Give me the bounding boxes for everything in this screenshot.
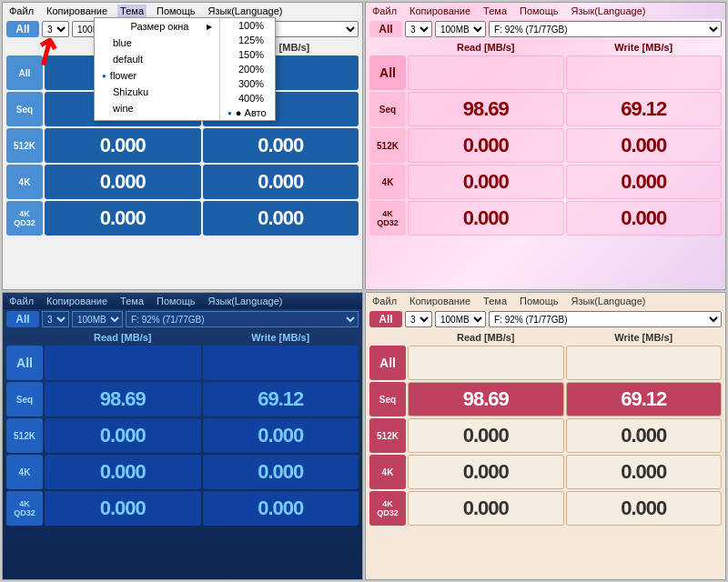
write-seq-br: 69.12	[566, 382, 723, 416]
menu-copy[interactable]: Копирование	[44, 5, 110, 17]
write-header-bl: Write [MB/s]	[203, 331, 359, 344]
read-seq-bl: 98.69	[45, 382, 201, 416]
write-512k-bl: 0.000	[203, 418, 359, 453]
size-select-tr[interactable]: 100MB	[435, 21, 486, 37]
default-label: default	[113, 54, 143, 65]
menu-help[interactable]: Помощь	[154, 5, 198, 17]
read-512k-br: 0.000	[408, 418, 564, 453]
dropdown-size-item[interactable]: Размер окна	[95, 18, 219, 35]
menu-theme-tr[interactable]: Тема	[480, 5, 510, 17]
header-empty-br	[369, 331, 406, 344]
count-select-br[interactable]: 3	[405, 311, 432, 327]
dropdown-section: Размер окна blue default flower Shizuku …	[95, 18, 275, 120]
menu-copy-bl[interactable]: Копирование	[44, 295, 110, 307]
menu-theme-bl[interactable]: Тема	[117, 295, 147, 307]
read-4kqd32-br: 0.000	[408, 491, 564, 526]
write-header-tr: Write [MB/s]	[566, 41, 723, 54]
all-button-bl[interactable]: All	[6, 311, 39, 327]
menu-file-br[interactable]: Файл	[369, 295, 399, 307]
label-seq-tr: Seq	[369, 92, 406, 126]
write-header-br: Write [MB/s]	[566, 331, 723, 344]
read-4k-bl: 0.000	[45, 455, 201, 489]
all-button-br[interactable]: All	[369, 311, 402, 327]
size-select-bl[interactable]: 100MB	[72, 311, 123, 327]
header-empty-bl	[6, 331, 43, 344]
menu-file-bl[interactable]: Файл	[6, 295, 36, 307]
count-select-tr[interactable]: 3	[405, 21, 432, 37]
label-512k-tl: 512K	[6, 128, 43, 163]
write-seq-tr: 69.12	[566, 92, 723, 126]
all-button-tl[interactable]: All	[6, 21, 39, 37]
read-seq-tr: 98.69	[408, 92, 564, 126]
label-4k-br: 4K	[369, 455, 406, 489]
count-select-bl[interactable]: 3	[42, 311, 69, 327]
menu-bar-br: Файл Копирование Тема Помощь Язык(Langua…	[366, 293, 725, 309]
write-512k-br: 0.000	[566, 418, 723, 453]
dropdown-themes: Размер окна blue default flower Shizuku …	[95, 18, 220, 120]
panel-top-right: Файл Копирование Тема Помощь Язык(Langua…	[365, 2, 726, 290]
menu-file-tr[interactable]: Файл	[369, 5, 399, 17]
menu-bar-bl: Файл Копирование Тема Помощь Язык(Langua…	[3, 293, 362, 309]
menu-file[interactable]: Файл	[6, 5, 36, 17]
dropdown-wine[interactable]: wine	[95, 100, 219, 116]
label-all-br: All	[369, 346, 406, 380]
scale-400[interactable]: 400%	[220, 91, 275, 105]
bench-grid-br: Read [MB/s] Write [MB/s] All Seq 98.69 6…	[366, 329, 725, 527]
label-512k-bl: 512K	[6, 418, 43, 453]
read-512k-tl: 0.000	[45, 128, 201, 163]
dropdown-flower[interactable]: flower	[95, 67, 219, 84]
dropdown-blue[interactable]: blue	[95, 35, 219, 51]
read-4k-tr: 0.000	[408, 165, 564, 199]
size-select-br[interactable]: 100MB	[435, 311, 486, 327]
label-4kqd32-tl: 4KQD32	[6, 201, 43, 236]
read-512k-bl: 0.000	[45, 418, 201, 453]
all-button-tr[interactable]: All	[369, 21, 402, 37]
menu-lang[interactable]: Язык(Language)	[206, 5, 286, 17]
label-4k-tl: 4K	[6, 165, 43, 199]
menu-theme-br[interactable]: Тема	[480, 295, 510, 307]
menu-lang-br[interactable]: Язык(Language)	[569, 295, 649, 307]
scale-300[interactable]: 300%	[220, 76, 275, 91]
drive-select-tr[interactable]: F: 92% (71/77GB)	[489, 21, 722, 37]
menu-lang-tr[interactable]: Язык(Language)	[569, 5, 649, 17]
read-header-br: Read [MB/s]	[408, 331, 564, 344]
toolbar-br: All 3 100MB F: 92% (71/77GB)	[366, 309, 725, 329]
scale-150[interactable]: 150%	[220, 47, 275, 62]
blue-label: blue	[113, 37, 132, 48]
write-4k-bl: 0.000	[203, 455, 359, 489]
read-all-br	[408, 346, 564, 380]
scale-200[interactable]: 200%	[220, 62, 275, 76]
read-4kqd32-bl: 0.000	[45, 491, 201, 526]
menu-theme[interactable]: Тема	[117, 5, 147, 17]
read-header-bl: Read [MB/s]	[45, 331, 201, 344]
menu-copy-tr[interactable]: Копирование	[407, 5, 473, 17]
scale-125[interactable]: 125%	[220, 33, 275, 47]
menu-lang-bl[interactable]: Язык(Language)	[206, 295, 286, 307]
drive-select-bl[interactable]: F: 92% (71/77GB)	[126, 311, 359, 327]
count-select-tl[interactable]: 3	[42, 21, 69, 37]
write-4k-tr: 0.000	[566, 165, 723, 199]
write-512k-tl: 0.000	[203, 128, 359, 163]
label-4k-tr: 4K	[369, 165, 406, 199]
write-512k-tr: 0.000	[566, 128, 723, 163]
dropdown-default[interactable]: default	[95, 51, 219, 67]
menu-help-br[interactable]: Помощь	[517, 295, 561, 307]
scale-auto[interactable]: ● Авто	[220, 105, 275, 120]
menu-help-tr[interactable]: Помощь	[517, 5, 561, 17]
panel-bottom-left: Файл Копирование Тема Помощь Язык(Langua…	[2, 292, 363, 580]
header-empty-tr	[369, 41, 406, 54]
menu-help-bl[interactable]: Помощь	[154, 295, 198, 307]
write-4kqd32-tl: 0.000	[203, 201, 359, 236]
write-4kqd32-bl: 0.000	[203, 491, 359, 526]
toolbar-tr: All 3 100MB F: 92% (71/77GB)	[366, 19, 725, 39]
drive-select-br[interactable]: F: 92% (71/77GB)	[489, 311, 722, 327]
label-4kqd32-bl: 4KQD32	[6, 491, 43, 526]
label-4k-bl: 4K	[6, 455, 43, 489]
dropdown-shizuku[interactable]: Shizuku	[95, 84, 219, 100]
scale-100[interactable]: 100%	[220, 18, 275, 33]
write-seq-bl: 69.12	[203, 382, 359, 416]
read-4kqd32-tr: 0.000	[408, 201, 564, 236]
menu-copy-br[interactable]: Копирование	[407, 295, 473, 307]
theme-dropdown: Размер окна blue default flower Shizuku …	[94, 17, 276, 121]
label-seq-br: Seq	[369, 382, 406, 416]
